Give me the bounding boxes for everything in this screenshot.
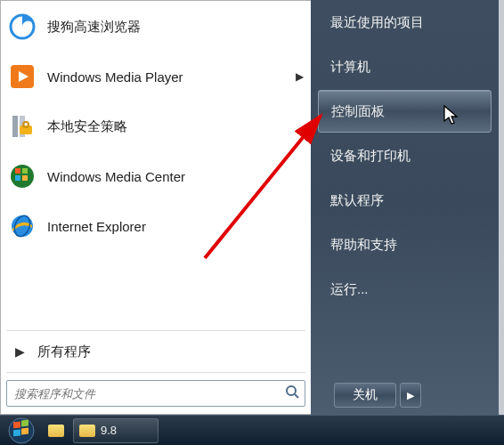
right-item-control-panel[interactable]: 控制面板 (318, 90, 492, 133)
right-item-label: 设备和打印机 (330, 148, 411, 165)
program-item-wmp[interactable]: Windows Media Player ▶ (1, 52, 311, 101)
right-item-run[interactable]: 运行... (318, 268, 492, 311)
taskbar-item-label: 9.8 (101, 424, 117, 437)
start-menu-right-panel: 最近使用的项目 计算机 控制面板 设备和打印机 默认程序 帮助和支持 运行...… (311, 0, 499, 415)
right-item-computer[interactable]: 计算机 (318, 45, 492, 88)
window-edge (499, 0, 504, 415)
all-programs-label: 所有程序 (37, 344, 91, 360)
svg-rect-20 (21, 427, 28, 434)
svg-rect-3 (12, 116, 18, 137)
right-item-label: 帮助和支持 (330, 237, 397, 254)
submenu-arrow-icon: ▶ (296, 70, 304, 83)
start-button[interactable] (4, 417, 39, 444)
program-label: Internet Explorer (47, 219, 304, 234)
program-item-sogou[interactable]: 搜狗高速浏览器 (1, 2, 311, 52)
svg-rect-6 (23, 122, 28, 127)
program-item-local-security-policy[interactable]: 本地安全策略 (1, 101, 311, 151)
separator (6, 372, 305, 373)
wmc-icon (8, 162, 37, 190)
svg-rect-17 (13, 421, 20, 428)
right-item-label: 最近使用的项目 (330, 14, 424, 31)
svg-rect-8 (15, 168, 20, 174)
svg-rect-9 (22, 168, 28, 174)
svg-point-14 (287, 386, 296, 395)
search-box[interactable] (6, 380, 305, 407)
right-item-label: 运行... (330, 281, 369, 298)
program-label: 搜狗高速浏览器 (47, 19, 304, 36)
right-item-label: 控制面板 (331, 103, 385, 120)
program-label: Windows Media Center (47, 169, 304, 184)
svg-rect-11 (22, 175, 28, 181)
search-icon (280, 384, 305, 402)
ie-icon (8, 212, 37, 240)
policy-icon (8, 112, 37, 141)
svg-rect-10 (15, 175, 20, 181)
taskbar-pinned-explorer[interactable] (43, 418, 69, 443)
sogou-icon (8, 12, 37, 41)
search-input[interactable] (7, 387, 280, 400)
shutdown-row: 关机 ▶ (318, 383, 492, 408)
svg-rect-18 (21, 419, 28, 426)
program-label: Windows Media Player (47, 69, 296, 85)
shutdown-options-button[interactable]: ▶ (400, 383, 421, 408)
svg-rect-19 (13, 429, 20, 436)
shutdown-label: 关机 (353, 387, 378, 403)
separator (6, 330, 305, 331)
right-item-default-programs[interactable]: 默认程序 (318, 179, 492, 222)
right-item-label: 默认程序 (330, 192, 384, 209)
start-menu-panel: 搜狗高速浏览器 Windows Media Player ▶ (0, 0, 499, 415)
all-programs-button[interactable]: ▶ 所有程序 (1, 333, 311, 370)
taskbar: 9.8 (0, 415, 504, 445)
taskbar-running-item[interactable]: 9.8 (73, 418, 159, 443)
folder-icon (79, 425, 95, 437)
spacer (318, 312, 492, 383)
program-item-wmc[interactable]: Windows Media Center (1, 151, 311, 201)
chevron-right-icon: ▶ (407, 390, 414, 401)
program-label: 本地安全策略 (47, 118, 304, 135)
right-item-help-support[interactable]: 帮助和支持 (318, 223, 492, 266)
start-menu-left-panel: 搜狗高速浏览器 Windows Media Player ▶ (0, 0, 311, 415)
right-item-label: 计算机 (330, 59, 370, 76)
svg-line-15 (295, 394, 298, 398)
program-item-ie[interactable]: Internet Explorer (1, 201, 311, 251)
wmp-icon (8, 62, 37, 91)
shutdown-button[interactable]: 关机 (334, 383, 396, 408)
folder-icon (48, 425, 64, 437)
right-item-recent[interactable]: 最近使用的项目 (318, 1, 492, 44)
arrow-right-icon: ▶ (15, 344, 25, 359)
right-item-devices-printers[interactable]: 设备和打印机 (318, 134, 492, 177)
search-box-wrap (1, 375, 311, 414)
program-list: 搜狗高速浏览器 Windows Media Player ▶ (1, 1, 311, 328)
